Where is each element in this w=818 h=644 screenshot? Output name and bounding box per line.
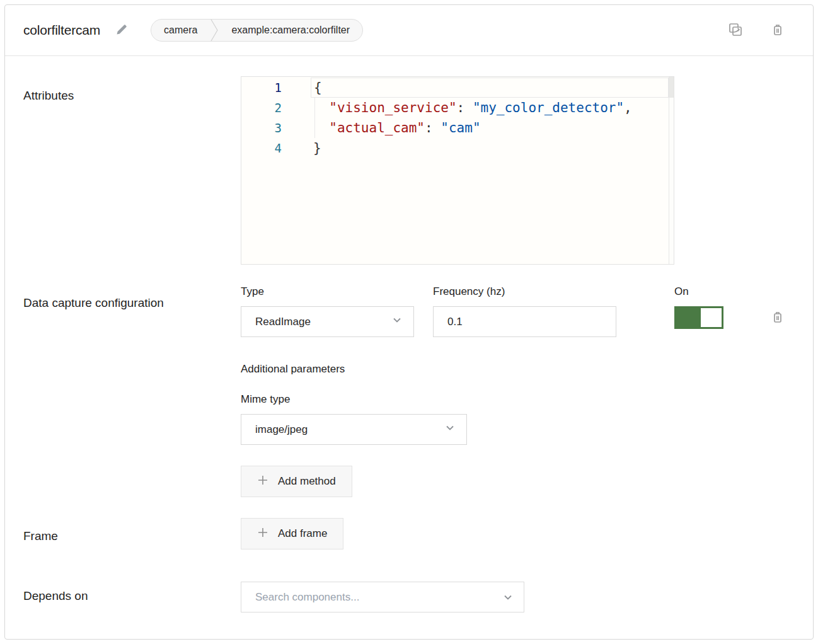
plus-icon [257, 527, 268, 541]
component-config-card: colorfiltercam camera example:camera:col… [4, 4, 814, 640]
plus-icon [257, 474, 268, 489]
capture-toggle[interactable] [674, 306, 723, 329]
frame-section-label: Frame [23, 518, 241, 544]
trash-icon [770, 309, 785, 326]
editor-scrollbar[interactable] [669, 77, 674, 264]
attributes-section: Attributes 1{2 "vision_service": "my_col… [5, 76, 813, 265]
header-actions [727, 21, 785, 40]
on-label: On [674, 285, 723, 298]
frequency-input[interactable] [433, 306, 616, 337]
add-frame-button[interactable]: Add frame [241, 518, 343, 549]
depends-on-section-label: Depends on [23, 582, 241, 604]
capture-method-row: Type ReadImage Frequency (hz) On [241, 285, 785, 337]
card-header: colorfiltercam camera example:camera:col… [5, 5, 813, 56]
breadcrumb-separator-icon [210, 19, 219, 42]
pencil-icon [114, 22, 129, 39]
data-capture-section: Data capture configuration Type ReadImag… [5, 285, 813, 497]
component-name: colorfiltercam [23, 23, 100, 38]
depends-on-search-input[interactable] [241, 582, 524, 612]
duplicate-button[interactable] [727, 21, 744, 40]
capture-type-value: ReadImage [255, 316, 391, 328]
code-line: 3 "actual_cam": "cam" [241, 118, 674, 138]
code-line: 4} [241, 138, 674, 158]
frame-section: Frame Add frame [5, 518, 813, 549]
add-frame-label: Add frame [278, 527, 327, 540]
code-line: 2 "vision_service": "my_color_detector", [241, 98, 674, 118]
chevron-down-icon [391, 314, 403, 330]
editor-scrollbar-thumb [669, 77, 674, 98]
mime-type-value: image/jpeg [255, 423, 444, 436]
type-label: Type [241, 285, 414, 298]
data-capture-section-label: Data capture configuration [23, 285, 241, 311]
component-type-label: camera [151, 20, 210, 41]
code-lines: 1{2 "vision_service": "my_color_detector… [241, 78, 674, 158]
code-line: 1{ [241, 78, 674, 98]
rename-button[interactable] [114, 22, 129, 39]
attributes-section-label: Attributes [23, 76, 241, 104]
delete-component-button[interactable] [770, 22, 785, 39]
chevron-down-icon [444, 422, 456, 437]
duplicate-icon [727, 21, 744, 40]
component-model-label: example:camera:colorfilter [219, 20, 362, 41]
attributes-json-editor[interactable]: 1{2 "vision_service": "my_color_detector… [241, 76, 674, 265]
capture-type-select[interactable]: ReadImage [241, 306, 414, 337]
mime-type-label: Mime type [241, 393, 785, 406]
component-type-model-badge: camera example:camera:colorfilter [151, 19, 363, 42]
trash-icon [770, 22, 785, 39]
add-method-label: Add method [278, 475, 336, 488]
depends-on-section: Depends on [5, 582, 813, 612]
delete-capture-method-button[interactable] [770, 309, 785, 326]
toggle-knob [701, 308, 722, 327]
mime-type-select[interactable]: image/jpeg [241, 414, 467, 445]
frequency-label: Frequency (hz) [433, 285, 616, 298]
add-method-button[interactable]: Add method [241, 466, 352, 497]
additional-parameters-label: Additional parameters [241, 363, 785, 376]
